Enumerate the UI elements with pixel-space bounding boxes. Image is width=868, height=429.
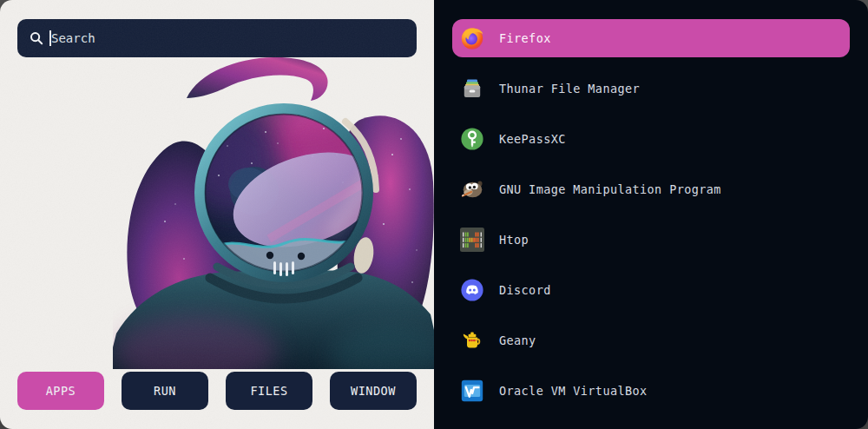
app-label: Htop — [499, 233, 529, 247]
mode-tabs: APPSRUNFILESWINDOW — [17, 372, 417, 410]
discord-icon — [460, 278, 484, 302]
app-row-htop[interactable]: Htop — [452, 221, 850, 259]
tab-apps[interactable]: APPS — [17, 372, 104, 410]
astronaut-illustration — [113, 52, 434, 369]
firefox-icon — [460, 26, 484, 50]
app-row-firefox[interactable]: Firefox — [452, 19, 850, 57]
app-result-list: Firefox Thunar File Manager KeePassXC GN… — [434, 0, 868, 429]
app-row-gnu-image-manipulation-program[interactable]: GNU Image Manipulation Program — [452, 170, 850, 208]
grain-texture — [0, 0, 434, 429]
tab-files[interactable]: FILES — [226, 372, 312, 410]
app-label: Oracle VM VirtualBox — [499, 384, 648, 398]
app-label: Firefox — [499, 31, 551, 45]
search-bar[interactable] — [17, 19, 417, 57]
app-label: Thunar File Manager — [499, 82, 640, 96]
app-label: Discord — [499, 283, 551, 297]
virtualbox-icon — [460, 379, 484, 403]
search-input[interactable] — [43, 19, 417, 57]
app-row-oracle-vm-virtualbox[interactable]: Oracle VM VirtualBox — [452, 372, 850, 410]
tab-label: WINDOW — [351, 384, 396, 398]
keepassxc-icon — [460, 127, 484, 151]
thunar-icon — [460, 76, 484, 101]
tab-label: APPS — [46, 384, 76, 398]
search-icon — [30, 31, 43, 45]
app-row-keepassxc[interactable]: KeePassXC — [452, 120, 850, 158]
tab-label: FILES — [250, 384, 287, 398]
app-label: Geany — [499, 333, 536, 347]
htop-icon — [460, 228, 484, 252]
tab-window[interactable]: WINDOW — [330, 372, 417, 410]
app-row-geany[interactable]: Geany — [452, 321, 850, 360]
app-launcher-window: APPSRUNFILESWINDOW Firefox Thunar File M… — [0, 0, 868, 429]
app-label: KeePassXC — [499, 132, 566, 146]
geany-icon — [460, 328, 484, 353]
left-panel: APPSRUNFILESWINDOW — [0, 0, 434, 429]
tab-run[interactable]: RUN — [122, 372, 208, 410]
app-row-discord[interactable]: Discord — [452, 271, 850, 309]
tab-label: RUN — [154, 384, 176, 398]
app-row-thunar-file-manager[interactable]: Thunar File Manager — [452, 69, 850, 108]
app-label: GNU Image Manipulation Program — [499, 182, 721, 196]
gimp-icon — [460, 177, 484, 201]
